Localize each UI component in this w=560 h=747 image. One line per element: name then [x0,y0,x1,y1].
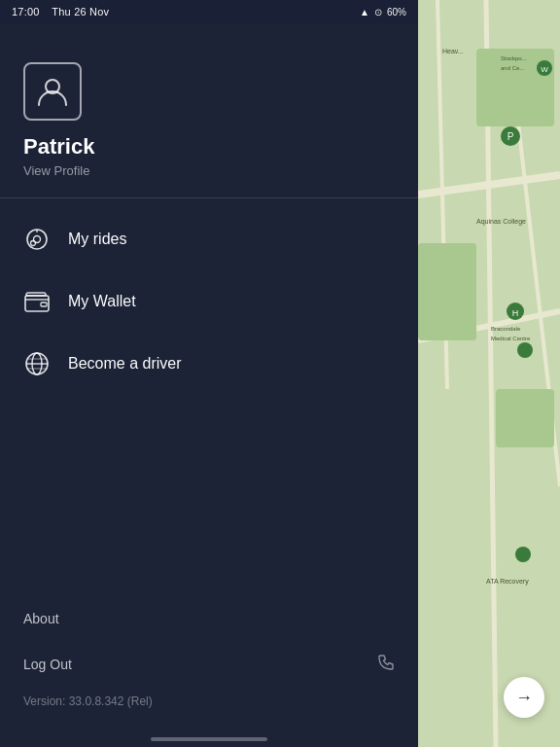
phone-icon [377,654,395,675]
rides-label: My rides [68,231,126,248]
svg-text:Bracondale: Bracondale [491,326,521,332]
status-time: 17:00 [12,6,40,18]
globe-icon [23,350,51,377]
status-bar: 17:00 Thu 26 Nov ▲ ⊙ 60% [0,0,418,23]
version-text: Version: 33.0.8.342 (Rel) [0,689,418,718]
become-driver-label: Become a driver [68,355,182,373]
svg-text:W: W [541,65,548,74]
svg-text:Medical Centre: Medical Centre [491,336,531,341]
map-svg: P W H Aquinas College Bracondale Medical… [418,0,560,747]
about-item[interactable]: About [0,597,418,640]
menu-item-become-driver[interactable]: Become a driver [0,333,418,395]
arrow-button[interactable]: → [504,677,544,718]
profile-section[interactable]: Patrick View Profile [0,23,418,198]
logout-label: Log Out [23,657,72,672]
map-area: P W H Aquinas College Bracondale Medical… [418,0,560,747]
svg-rect-18 [496,389,554,447]
menu-item-my-rides[interactable]: My rides [0,208,418,270]
battery-icon: 60% [387,7,406,18]
menu-item-my-wallet[interactable]: My Wallet [0,270,418,333]
svg-text:P: P [508,131,514,142]
rides-icon [23,226,51,253]
wallet-icon [23,288,51,315]
svg-point-26 [515,547,531,562]
user-name: Patrick [23,134,395,160]
signal-icon: ▲ [360,7,369,18]
svg-text:ATA Recovery: ATA Recovery [486,578,529,586]
avatar [23,62,82,121]
wallet-label: My Wallet [68,293,136,310]
logout-item[interactable]: Log Out [0,640,418,689]
view-profile-link[interactable]: View Profile [23,163,395,178]
menu-items: My rides My Wallet [0,198,418,597]
arrow-icon: → [515,688,533,708]
avatar-icon [35,74,70,109]
status-date: Thu 26 Nov [52,6,109,18]
svg-point-25 [517,342,533,358]
svg-text:H: H [512,308,519,318]
svg-text:and Ce...: and Ce... [501,65,525,71]
status-icons: ▲ ⊙ 60% [360,7,406,18]
status-time-date: 17:00 Thu 26 Nov [12,6,109,18]
sidebar: 17:00 Thu 26 Nov ▲ ⊙ 60% Patrick View Pr… [0,0,418,747]
about-label: About [23,611,59,626]
svg-text:Stockpo...: Stockpo... [501,55,527,61]
sidebar-footer: About Log Out Version: 33.0.8.342 (Rel) [0,597,418,747]
svg-point-3 [31,241,36,246]
svg-text:Heav...: Heav... [442,48,464,54]
home-indicator [151,737,267,741]
svg-rect-5 [25,296,49,311]
svg-text:Aquinas College: Aquinas College [476,218,526,226]
svg-rect-6 [41,302,47,306]
svg-rect-17 [418,243,476,340]
wifi-icon: ⊙ [374,7,382,18]
